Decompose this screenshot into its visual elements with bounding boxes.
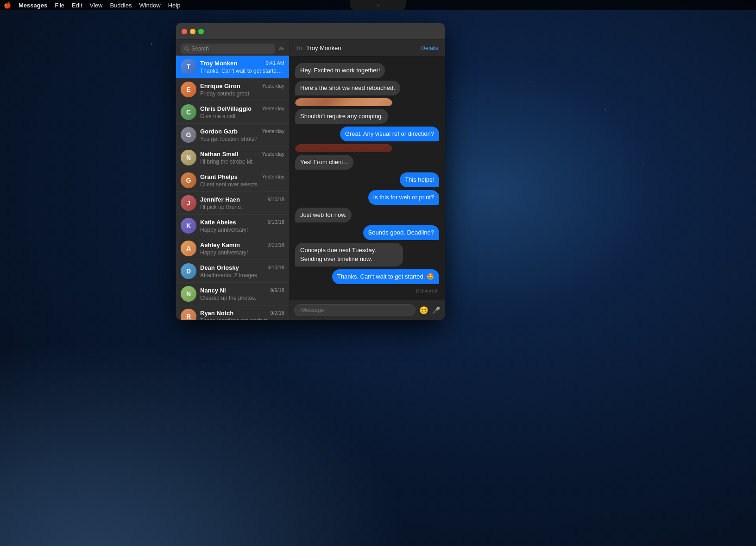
notch	[350, 0, 406, 10]
conv-time: 9/9/18	[270, 287, 284, 293]
conversation-troy-monken[interactable]: T Troy Monken 9:41 AM Thanks. Can't wait…	[176, 56, 289, 78]
app-name[interactable]: Messages	[19, 2, 47, 9]
minimize-button[interactable]	[190, 29, 195, 34]
menu-window[interactable]: Window	[139, 2, 160, 9]
conversation-nathan-small[interactable]: N Nathan Small Yesterday I'll bring the …	[176, 146, 289, 169]
conversation-enrique-giron[interactable]: E Enrique Giron Yesterday Friday sounds …	[176, 78, 289, 101]
svg-point-0	[185, 47, 188, 50]
conv-content-troy-monken: Troy Monken 9:41 AM Thanks. Can't wait t…	[200, 60, 284, 74]
chat-input-area: 😊 🎤	[290, 300, 445, 320]
conv-content-dean: Dean Orlosky 9/10/18 Attachments: 2 Imag…	[200, 264, 284, 279]
messages-window: Search ✏ T Troy Monken 9:41 AM	[176, 23, 445, 320]
conv-preview: Thanks. Can't wait to get started. 🤩	[200, 68, 284, 74]
menu-edit[interactable]: Edit	[72, 2, 82, 9]
menu-view[interactable]: View	[90, 2, 103, 9]
message-6: This helps!	[400, 172, 439, 187]
conversation-chris-delvillaggio[interactable]: C Chris DelVillaggio Yesterday Give me a…	[176, 101, 289, 124]
avatar-jennifer-haen: J	[181, 195, 196, 211]
conv-preview: Happy anniversary!	[200, 227, 284, 233]
conv-preview: Client sent over selects.	[200, 181, 284, 188]
conv-time: Yesterday	[262, 83, 284, 89]
apple-menu[interactable]: 🍎	[4, 2, 11, 9]
conv-name: Jennifer Haen	[200, 196, 240, 203]
window-titlebar	[176, 23, 445, 40]
chat-input[interactable]	[294, 304, 416, 316]
image-terracotta-wall	[295, 98, 392, 106]
delivered-label: Delivered	[295, 288, 437, 293]
conv-name: Enrique Giron	[200, 83, 240, 89]
conv-preview: Friday sounds great.	[200, 90, 284, 97]
conversation-ryan-notch[interactable]: R Ryan Notch 9/9/18 These locations are …	[176, 305, 289, 320]
menu-file[interactable]: File	[55, 2, 64, 9]
camera-dot	[377, 4, 379, 6]
conv-preview: I'll pick up Bruno.	[200, 204, 284, 210]
message-1: Hey. Excited to work together!	[295, 63, 385, 78]
mic-button[interactable]: 🎤	[432, 306, 440, 314]
conversation-nancy-ni[interactable]: N Nancy Ni 9/9/18 Cleared up the photos.	[176, 283, 289, 305]
conv-content-gordon: Gordon Garb Yesterday You get location s…	[200, 128, 284, 142]
search-row: Search ✏	[176, 40, 289, 56]
message-10: Concepts due next Tuesday. Sending over …	[295, 243, 403, 266]
conv-name: Ashley Kamin	[200, 241, 240, 248]
message-4: Great. Any visual ref or direction?	[340, 127, 439, 141]
search-bar[interactable]: Search	[181, 44, 275, 54]
sidebar: Search ✏ T Troy Monken 9:41 AM	[176, 40, 290, 320]
conv-time: 9/10/18	[267, 219, 284, 225]
to-label: To:	[296, 45, 303, 51]
conv-time: Yesterday	[262, 128, 284, 134]
message-image-1	[295, 98, 392, 106]
avatar-troy-monken: T	[181, 59, 196, 75]
conversation-dean-orlosky[interactable]: D Dean Orlosky 9/10/18 Attachments: 2 Im…	[176, 260, 289, 283]
compose-button[interactable]: ✏	[279, 45, 284, 52]
avatar-dean-orlosky: D	[181, 263, 196, 279]
message-9: Sounds good. Deadline?	[363, 225, 439, 240]
avatar-nancy-ni: N	[181, 286, 196, 302]
message-3: Shouldn't require any comping.	[295, 109, 388, 124]
conv-name: Nathan Small	[200, 151, 238, 158]
conv-time: 9/10/18	[267, 197, 284, 202]
conv-preview: I'll bring the strobe kit.	[200, 159, 284, 165]
conv-name: Troy Monken	[200, 60, 237, 67]
avatar-katie-abeles: K	[181, 218, 196, 234]
svg-line-1	[188, 50, 189, 51]
message-2: Here's the shot we need retouched.	[295, 81, 400, 95]
conv-time: 9/10/18	[267, 242, 284, 248]
details-button[interactable]: Details	[421, 45, 438, 51]
maximize-button[interactable]	[198, 29, 204, 34]
conv-name: Ryan Notch	[200, 310, 233, 317]
conv-time: 9/10/18	[267, 265, 284, 270]
conv-name: Katie Abeles	[200, 219, 236, 226]
conv-preview: Cleared up the photos.	[200, 295, 284, 301]
svg-rect-2	[295, 98, 392, 106]
conv-content-nancy: Nancy Ni 9/9/18 Cleared up the photos.	[200, 287, 284, 301]
conv-name: Grant Phelps	[200, 173, 238, 180]
conv-content-enrique: Enrique Giron Yesterday Friday sounds gr…	[200, 83, 284, 97]
conv-name: Dean Orlosky	[200, 264, 239, 271]
avatar-ryan-notch: R	[181, 309, 196, 320]
conv-time: 9:41 AM	[266, 60, 284, 66]
conv-content-jennifer: Jennifer Haen 9/10/18 I'll pick up Bruno…	[200, 196, 284, 210]
chat-area: To: Troy Monken Details Hey. Excited to …	[290, 40, 445, 320]
search-placeholder-text: Search	[191, 45, 209, 52]
conversation-gordon-garb[interactable]: G Gordon Garb Yesterday You get location…	[176, 124, 289, 146]
conversation-grant-phelps[interactable]: G Grant Phelps Yesterday Client sent ove…	[176, 169, 289, 192]
conv-preview: Happy anniversary!	[200, 249, 284, 256]
conv-content-katie: Katie Abeles 9/10/18 Happy anniversary!	[200, 219, 284, 233]
image-alley	[295, 144, 392, 152]
avatar-ashley-kamin: A	[181, 241, 196, 256]
menu-help[interactable]: Help	[168, 2, 181, 9]
traffic-lights	[182, 29, 204, 34]
conversation-jennifer-haen[interactable]: J Jennifer Haen 9/10/18 I'll pick up Bru…	[176, 192, 289, 215]
conv-content-chris: Chris DelVillaggio Yesterday Give me a c…	[200, 105, 284, 120]
close-button[interactable]	[182, 29, 187, 34]
chat-messages: Hey. Excited to work together! Here's th…	[290, 57, 445, 300]
menu-buddies[interactable]: Buddies	[110, 2, 132, 9]
search-icon	[184, 46, 189, 51]
emoji-button[interactable]: 😊	[419, 306, 428, 315]
chat-recipient: Troy Monken	[306, 44, 421, 51]
conv-content-grant: Grant Phelps Yesterday Client sent over …	[200, 173, 284, 188]
conversation-ashley-kamin[interactable]: A Ashley Kamin 9/10/18 Happy anniversary…	[176, 237, 289, 260]
chat-header: To: Troy Monken Details	[290, 40, 445, 57]
conversation-katie-abeles[interactable]: K Katie Abeles 9/10/18 Happy anniversary…	[176, 215, 289, 237]
desktop: 🍎 Messages File Edit View Buddies Window…	[0, 0, 756, 546]
